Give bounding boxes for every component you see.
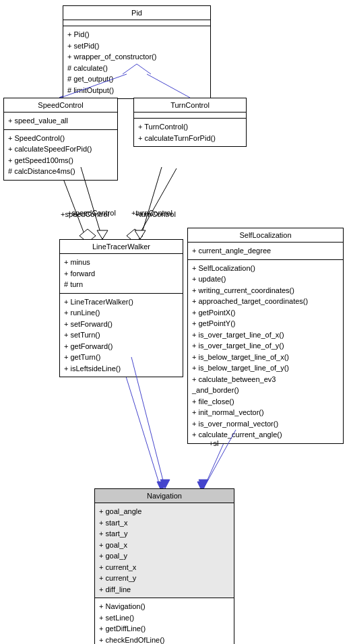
label-sl: +sl [209, 439, 218, 447]
speed-control-box: SpeedControl + speed_value_all + SpeedCo… [3, 98, 118, 181]
diagram-container: +speedControl +turnControl +sl Pid + Pid… [0, 0, 349, 644]
svg-line-7 [120, 357, 162, 492]
self-localization-attrs: + current_angle_degree [188, 243, 343, 260]
label-turn-control: +turnControl [135, 210, 176, 218]
line-tracer-walker-box: LineTracerWalker + minus + forward # tur… [59, 239, 183, 377]
turn-control-empty [134, 112, 246, 119]
line-tracer-walker-attrs: + minus + forward # turn [60, 254, 183, 294]
pid-box: Pid + Pid() + setPid() + wrapper_of_cons… [63, 5, 211, 99]
navigation-attrs: + goal_angle + start_x + start_y + goal_… [95, 503, 234, 598]
turn-control-methods: + TurnControl() + calculateTurnForPid() [134, 119, 246, 146]
navigation-box: Navigation + goal_angle + start_x + star… [94, 488, 234, 644]
turn-control-box: TurnControl + TurnControl() + calculateT… [133, 98, 247, 147]
line-tracer-walker-title: LineTracerWalker [60, 240, 183, 254]
line-tracer-walker-methods: + LineTracerWalker() + runLine() + setFo… [60, 294, 183, 377]
self-localization-box: SelfLocalization + current_angle_degree … [187, 228, 344, 444]
self-localization-title: SelfLocalization [188, 228, 343, 243]
svg-line-18 [140, 167, 162, 239]
svg-marker-17 [97, 230, 108, 239]
svg-line-5 [135, 168, 177, 243]
speed-control-methods: + SpeedControl() + calculateSpeedForPid(… [4, 130, 117, 180]
svg-marker-19 [135, 230, 146, 239]
pid-title: Pid [63, 6, 210, 20]
pid-methods: + Pid() + setPid() + wrapper_of_construc… [63, 26, 210, 98]
navigation-methods: + Navigation() + setLine() + getDiffLine… [95, 598, 234, 644]
svg-marker-23 [199, 480, 208, 488]
svg-marker-21 [160, 480, 170, 488]
speed-control-attrs: + speed_value_all [4, 112, 117, 130]
pid-section-empty [63, 20, 210, 26]
speed-control-title: SpeedControl [4, 98, 117, 112]
label-speed-control: +speedControl [61, 210, 109, 218]
turn-control-title: TurnControl [134, 98, 246, 112]
self-localization-methods: + SelfLocalization() + update() + writin… [188, 260, 343, 443]
navigation-title: Navigation [95, 489, 234, 503]
